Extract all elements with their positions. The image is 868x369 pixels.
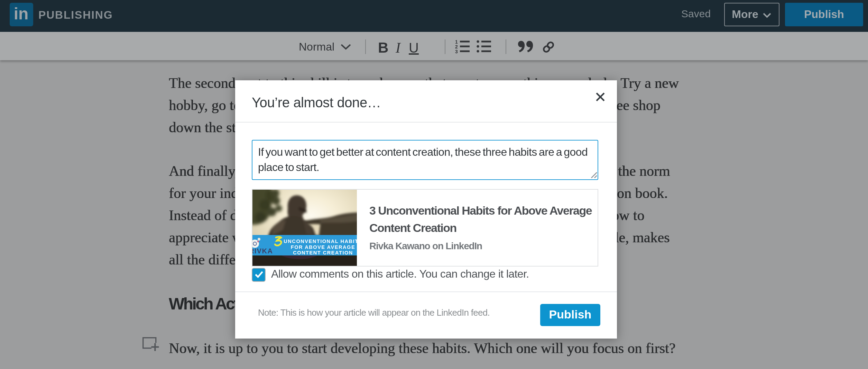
svg-text:RIVKA: RIVKA: [252, 247, 273, 255]
svg-text:FOR ABOVE AVERAGE: FOR ABOVE AVERAGE: [291, 244, 355, 250]
svg-text:UNCONVENTIONAL HABITS: UNCONVENTIONAL HABITS: [284, 238, 357, 244]
svg-text:3: 3: [455, 49, 458, 54]
svg-text:CONTENT CREATION: CONTENT CREATION: [293, 250, 353, 255]
